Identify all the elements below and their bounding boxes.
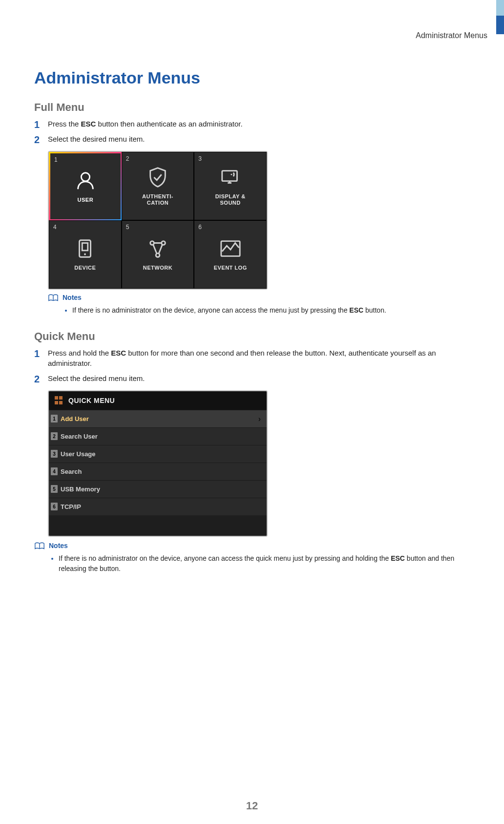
svg-point-0 bbox=[81, 173, 89, 181]
step-item: 2Select the desired menu item. bbox=[34, 373, 470, 383]
step-bold: ESC bbox=[81, 120, 96, 128]
tile-index: 4 bbox=[53, 224, 57, 231]
svg-rect-1 bbox=[222, 170, 237, 181]
note-bold: ESC bbox=[349, 306, 363, 314]
quick-menu-footer bbox=[49, 522, 267, 536]
page-title: Administrator Menus bbox=[34, 68, 470, 87]
quick-menu-steps: 1Press and hold the ESC button for more … bbox=[34, 348, 470, 383]
tile-icon bbox=[74, 169, 97, 192]
step-text: Press the ESC button then authenticate a… bbox=[48, 120, 243, 128]
tile-index: 1 bbox=[54, 156, 58, 163]
qm-label: Search bbox=[61, 468, 82, 475]
step-bold: ESC bbox=[111, 349, 126, 357]
tile-label: NETWORK bbox=[143, 265, 172, 271]
note-item: If there is no administrator on the devi… bbox=[59, 553, 470, 574]
qm-label: USB Memory bbox=[61, 486, 100, 493]
quick-menu-item-search[interactable]: 4Search bbox=[49, 463, 267, 480]
tile-icon bbox=[74, 237, 96, 260]
tile-icon bbox=[147, 237, 169, 260]
note-item: If there is no administrator on the devi… bbox=[72, 305, 470, 316]
grid-icon bbox=[55, 396, 63, 405]
svg-point-5 bbox=[84, 254, 86, 255]
tile-index: 5 bbox=[126, 224, 129, 231]
notes-label: Notes bbox=[49, 542, 68, 549]
notes-icon bbox=[48, 294, 59, 302]
qm-index: 3 bbox=[51, 450, 58, 458]
step-item: 2Select the desired menu item. bbox=[34, 134, 470, 144]
tile-icon bbox=[219, 237, 242, 260]
menu-tile-network[interactable]: 5NETWORK bbox=[122, 220, 194, 289]
step-text: Press and hold the ESC button for more t… bbox=[48, 349, 436, 367]
full-menu-steps: 1Press the ESC button then authenticate … bbox=[34, 119, 470, 144]
tile-index: 2 bbox=[126, 155, 129, 162]
quick-menu-header: QUICK MENU bbox=[49, 391, 267, 410]
section-quick-menu: Quick Menu bbox=[34, 330, 470, 343]
full-menu-notes-header: Notes bbox=[48, 294, 470, 302]
section-full-menu: Full Menu bbox=[34, 101, 470, 114]
step-number: 2 bbox=[34, 133, 40, 147]
step-item: 1Press the ESC button then authenticate … bbox=[34, 119, 470, 129]
qm-label: User Usage bbox=[61, 450, 96, 458]
quick-menu-screenshot: QUICK MENU 1Add User›2Search User3User U… bbox=[48, 390, 268, 537]
full-menu-notes-list: If there is no administrator on the devi… bbox=[63, 305, 470, 316]
quick-menu-list: 1Add User›2Search User3User Usage4Search… bbox=[49, 410, 267, 522]
tile-label: USER bbox=[78, 197, 94, 203]
notes-label: Notes bbox=[63, 294, 82, 301]
quick-menu-item-add-user[interactable]: 1Add User› bbox=[49, 410, 267, 427]
notes-icon bbox=[34, 542, 45, 550]
tile-icon bbox=[147, 166, 169, 189]
svg-rect-4 bbox=[83, 243, 88, 251]
quick-menu-item-usb-memory[interactable]: 5USB Memory bbox=[49, 480, 267, 498]
tile-index: 6 bbox=[198, 224, 202, 231]
quick-menu-item-tcp-ip[interactable]: 6TCP/IP bbox=[49, 498, 267, 515]
step-number: 1 bbox=[34, 118, 40, 131]
qm-index: 1 bbox=[51, 415, 58, 423]
step-number: 2 bbox=[34, 372, 40, 386]
svg-point-2 bbox=[231, 174, 232, 175]
full-menu-tiles: 1USER2AUTHENTI-CATION3DISPLAY &SOUND4DEV… bbox=[49, 152, 267, 289]
menu-tile-authenti-cation[interactable]: 2AUTHENTI-CATION bbox=[122, 152, 194, 220]
qm-index: 4 bbox=[51, 467, 58, 475]
page-number: 12 bbox=[0, 800, 504, 812]
full-menu-screenshot: 1USER2AUTHENTI-CATION3DISPLAY &SOUND4DEV… bbox=[48, 151, 268, 290]
quick-menu-notes-header: Notes bbox=[34, 542, 470, 550]
step-number: 1 bbox=[34, 347, 40, 360]
quick-menu-item-user-usage[interactable]: 3User Usage bbox=[49, 445, 267, 463]
step-text: Select the desired menu item. bbox=[48, 374, 145, 382]
qm-index: 6 bbox=[51, 503, 58, 510]
menu-tile-event-log[interactable]: 6EVENT LOG bbox=[194, 220, 267, 289]
step-item: 1Press and hold the ESC button for more … bbox=[34, 348, 470, 368]
step-text: Select the desired menu item. bbox=[48, 135, 145, 143]
tile-label: EVENT LOG bbox=[214, 265, 247, 271]
header-breadcrumb: Administrator Menus bbox=[416, 31, 487, 40]
quick-menu-title: QUICK MENU bbox=[68, 397, 115, 404]
qm-label: Add User bbox=[61, 415, 89, 423]
quick-menu-item-search-user[interactable]: 2Search User bbox=[49, 427, 267, 445]
menu-tile-user[interactable]: 1USER bbox=[49, 152, 122, 220]
tile-icon bbox=[219, 166, 242, 189]
page: Administrator Menus Administrator Menus … bbox=[0, 0, 504, 824]
tile-index: 3 bbox=[198, 155, 202, 162]
qm-index: 5 bbox=[51, 485, 58, 493]
note-bold: ESC bbox=[391, 554, 405, 562]
quick-menu-notes-list: If there is no administrator on the devi… bbox=[50, 553, 470, 574]
tile-label: DEVICE bbox=[74, 265, 96, 271]
tile-label: AUTHENTI-CATION bbox=[142, 193, 173, 206]
qm-label: Search User bbox=[61, 433, 98, 440]
qm-index: 2 bbox=[51, 432, 58, 440]
qm-label: TCP/IP bbox=[61, 503, 81, 510]
tile-label: DISPLAY &SOUND bbox=[215, 193, 246, 206]
menu-tile-device[interactable]: 4DEVICE bbox=[49, 220, 122, 289]
menu-tile-display-sound[interactable]: 3DISPLAY &SOUND bbox=[194, 152, 267, 220]
chevron-right-icon: › bbox=[258, 415, 261, 423]
